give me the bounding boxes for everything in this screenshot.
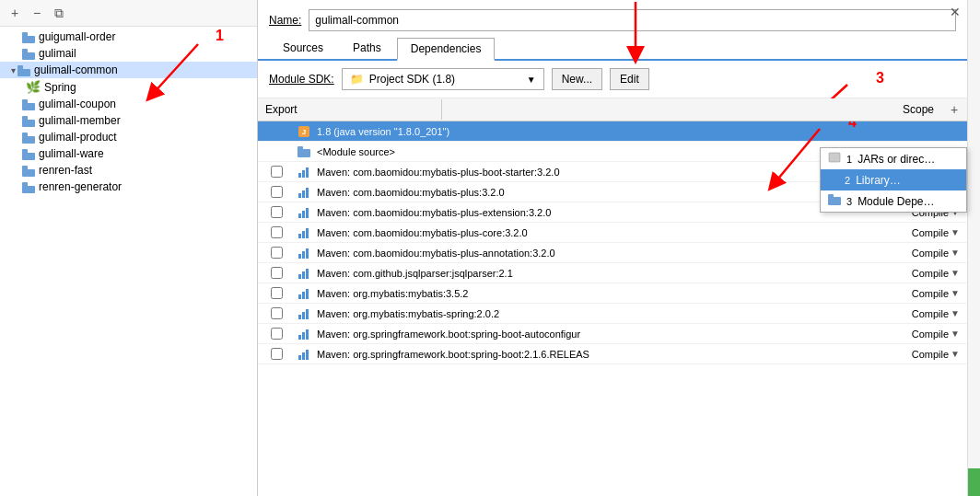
svg-rect-31 bbox=[298, 213, 301, 218]
maven-icon bbox=[295, 329, 313, 340]
popup-item-library[interactable]: 2Library… bbox=[821, 169, 966, 190]
scope-dropdown-icon[interactable]: ▼ bbox=[951, 308, 960, 318]
svg-rect-45 bbox=[306, 289, 309, 299]
dep-checkbox[interactable] bbox=[271, 186, 283, 198]
sdk-select[interactable]: 📁 Project SDK (1.8) ▼ bbox=[342, 68, 544, 90]
scope-label: Compile bbox=[912, 248, 949, 259]
sdk-folder-icon: 📁 bbox=[350, 73, 364, 86]
svg-rect-13 bbox=[22, 149, 28, 154]
svg-rect-43 bbox=[298, 294, 301, 299]
tree-item-guigumall-order[interactable]: guigumall-order bbox=[0, 29, 257, 45]
table-row[interactable]: Maven: org.mybatis:mybatis-spring:2.0.2C… bbox=[258, 304, 967, 324]
dep-checkbox[interactable] bbox=[271, 307, 283, 319]
svg-rect-50 bbox=[302, 332, 305, 340]
dep-checkbox[interactable] bbox=[271, 287, 283, 299]
sdk-new-button[interactable]: New... bbox=[552, 68, 602, 90]
svg-rect-34 bbox=[298, 234, 301, 238]
scope-dropdown-icon[interactable]: ▼ bbox=[951, 268, 960, 278]
scope-dropdown-icon[interactable]: ▼ bbox=[951, 288, 960, 298]
tree-item-gulimail[interactable]: gulimail bbox=[0, 45, 257, 62]
tree-item-gulimall-coupon[interactable]: gulimall-coupon bbox=[0, 96, 257, 112]
sdk-edit-button[interactable]: Edit bbox=[610, 68, 649, 90]
tab-dependencies[interactable]: Dependencies bbox=[397, 38, 496, 61]
sdk-row: Module SDK: 📁 Project SDK (1.8) ▼ New...… bbox=[258, 61, 967, 98]
svg-rect-0 bbox=[22, 36, 35, 43]
folder-icon bbox=[22, 98, 39, 110]
dep-scope: Compile▼ bbox=[875, 286, 967, 301]
scope-dropdown-icon[interactable]: ▼ bbox=[951, 227, 960, 237]
svg-rect-1 bbox=[22, 32, 28, 37]
table-row[interactable]: Maven: com.github.jsqlparser:jsqlparser:… bbox=[258, 263, 967, 283]
tree-item-gulimall-ware[interactable]: gulimall-ware bbox=[0, 145, 257, 162]
tab-paths[interactable]: Paths bbox=[339, 37, 395, 59]
dep-name: Maven: com.baomidou:mybatis-plus-annotat… bbox=[313, 246, 875, 260]
dep-checkbox[interactable] bbox=[271, 328, 283, 340]
tab-sources[interactable]: Sources bbox=[269, 37, 337, 59]
table-header: Export Scope + bbox=[258, 98, 967, 121]
right-panel: ✕ Name: 2 SourcesPathsDependencies Modul… bbox=[258, 0, 967, 496]
dep-scope: Compile▼ bbox=[875, 306, 967, 321]
scope-dropdown-icon[interactable]: ▼ bbox=[951, 329, 960, 339]
folder-icon bbox=[22, 131, 39, 144]
close-button[interactable]: ✕ bbox=[947, 4, 963, 20]
scope-label: Compile bbox=[912, 268, 949, 279]
scope-label: Compile bbox=[912, 349, 949, 360]
svg-rect-14 bbox=[22, 169, 35, 177]
svg-rect-60 bbox=[828, 194, 834, 199]
table-row[interactable]: Maven: com.baomidou:mybatis-plus-annotat… bbox=[258, 243, 967, 263]
svg-rect-53 bbox=[302, 352, 305, 360]
maven-icon bbox=[295, 349, 313, 360]
svg-rect-48 bbox=[306, 309, 309, 319]
copy-module-button[interactable]: ⧉ bbox=[50, 4, 68, 22]
scope-label: Compile bbox=[912, 288, 949, 299]
table-row[interactable]: Maven: org.springframework.boot:spring-b… bbox=[258, 344, 967, 364]
tree-item-gulimall-common[interactable]: ▾gulimall-common bbox=[0, 62, 257, 78]
add-module-button[interactable]: + bbox=[6, 4, 24, 22]
svg-rect-47 bbox=[302, 312, 305, 319]
svg-rect-4 bbox=[18, 69, 30, 76]
name-input[interactable] bbox=[309, 9, 956, 31]
popup-item-jars[interactable]: 1JARs or direc… bbox=[821, 148, 966, 169]
maven-icon bbox=[295, 288, 313, 299]
tree-item-gulimall-member[interactable]: gulimall-member bbox=[0, 112, 257, 129]
svg-text:J: J bbox=[302, 128, 306, 136]
svg-rect-2 bbox=[22, 52, 35, 60]
scope-dropdown-icon[interactable]: ▼ bbox=[951, 248, 960, 258]
module-tree: guigumall-ordergulimail▾gulimall-common🌿… bbox=[0, 27, 257, 496]
tabs-row: SourcesPathsDependencies bbox=[258, 37, 967, 61]
dep-checkbox[interactable] bbox=[271, 348, 283, 360]
dep-checkbox[interactable] bbox=[271, 206, 283, 218]
folder-icon bbox=[22, 147, 39, 160]
add-dependency-popup: 1JARs or direc…2Library…3Module Depe… bbox=[820, 147, 967, 213]
folder-icon bbox=[22, 30, 39, 43]
dep-checkbox[interactable] bbox=[271, 267, 283, 279]
folder-icon bbox=[22, 47, 39, 60]
add-dependency-button[interactable]: + bbox=[941, 98, 967, 121]
table-row[interactable]: Maven: org.mybatis:mybatis:3.5.2Compile▼ bbox=[258, 283, 967, 304]
folder-icon bbox=[18, 63, 34, 76]
svg-rect-24 bbox=[298, 146, 303, 151]
table-row[interactable]: Maven: com.baomidou:mybatis-plus-core:3.… bbox=[258, 223, 967, 243]
svg-rect-9 bbox=[22, 116, 28, 121]
scope-dropdown-icon[interactable]: ▼ bbox=[951, 349, 960, 359]
tree-item-spring[interactable]: 🌿Spring bbox=[0, 78, 257, 96]
svg-rect-7 bbox=[22, 99, 28, 104]
scope-label: Compile bbox=[912, 329, 949, 340]
popup-item-module-dep[interactable]: 3Module Depe… bbox=[821, 190, 966, 212]
table-row[interactable]: J1.8 (java version "1.8.0_201") bbox=[258, 121, 967, 142]
svg-rect-27 bbox=[306, 167, 309, 178]
tree-item-gulimall-product[interactable]: gulimall-product bbox=[0, 129, 257, 145]
svg-rect-12 bbox=[22, 153, 35, 160]
svg-rect-54 bbox=[306, 350, 309, 360]
table-row[interactable]: Maven: org.springframework.boot:spring-b… bbox=[258, 324, 967, 344]
dep-checkbox[interactable] bbox=[271, 166, 283, 178]
tree-item-renren-fast[interactable]: renren-fast bbox=[0, 162, 257, 179]
dep-name: Maven: com.baomidou:mybatis-plus-extensi… bbox=[313, 205, 875, 220]
popup-item-icon-library bbox=[828, 173, 839, 187]
remove-module-button[interactable]: − bbox=[28, 4, 46, 22]
tree-item-renren-generator[interactable]: renren-generator bbox=[0, 179, 257, 195]
dep-checkbox[interactable] bbox=[271, 247, 283, 259]
dep-name: Maven: com.github.jsqlparser:jsqlparser:… bbox=[313, 266, 875, 281]
dep-checkbox[interactable] bbox=[271, 226, 283, 238]
svg-rect-42 bbox=[306, 269, 309, 279]
